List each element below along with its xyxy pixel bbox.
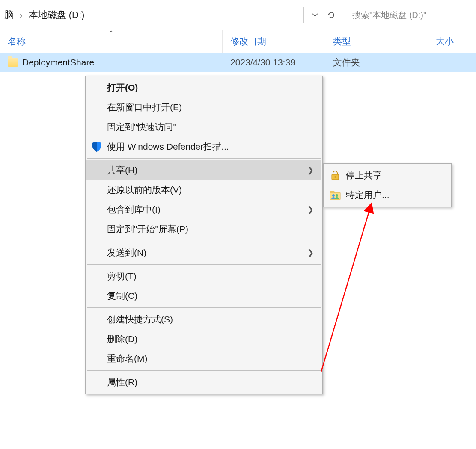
refresh-button[interactable] [324,8,339,22]
file-type: 文件夹 [325,56,428,68]
column-date[interactable]: 修改日期 [223,30,325,53]
people-icon [330,189,341,201]
column-name-label: 名称 [8,35,26,47]
chevron-right-icon: ❯ [307,165,314,175]
chevron-right-icon: ❯ [307,205,314,214]
menu-send-to-label: 发送到(N) [107,247,146,259]
menu-defender-scan[interactable]: 使用 Windows Defender扫描... [86,137,321,157]
column-name[interactable]: 名称 ⌃ [0,30,223,53]
menu-pin-to-start[interactable]: 固定到"开始"屏幕(P) [86,219,321,239]
breadcrumb: 脑 › 本地磁盘 (D:) [0,7,342,23]
svg-point-2 [334,176,336,178]
submenu-stop-sharing-label: 停止共享 [346,169,382,181]
menu-include-in-library-label: 包含到库中(I) [107,204,161,216]
menu-share[interactable]: 共享(H) ❯ [86,160,321,180]
menu-open[interactable]: 打开(O) [86,78,321,97]
address-history-dropdown[interactable] [307,8,323,22]
shield-icon [91,141,103,153]
search-input[interactable]: 搜索"本地磁盘 (D:)" [347,6,475,24]
share-submenu: 停止共享 特定用户... [323,163,452,207]
svg-line-7 [321,207,370,372]
menu-separator [87,307,321,308]
menu-restore-previous[interactable]: 还原以前的版本(V) [86,180,321,200]
chevron-right-icon: › [16,10,26,20]
submenu-stop-sharing[interactable]: 停止共享 [324,165,450,185]
menu-include-in-library[interactable]: 包含到库中(I) ❯ [86,200,321,219]
sort-ascending-icon: ⌃ [109,30,114,36]
context-menu: 打开(O) 在新窗口中打开(E) 固定到"快速访问" 使用 Windows De… [85,76,323,394]
menu-create-shortcut[interactable]: 创建快捷方式(S) [86,310,321,329]
svg-rect-4 [330,191,334,193]
menu-separator [87,264,321,265]
menu-separator [87,370,321,371]
file-date: 2023/4/30 13:39 [223,57,325,68]
submenu-specific-people[interactable]: 特定用户... [324,185,450,205]
menu-send-to[interactable]: 发送到(N) ❯ [86,243,321,263]
menu-share-label: 共享(H) [107,164,137,176]
column-type[interactable]: 类型 [325,30,428,53]
column-headers: 名称 ⌃ 修改日期 类型 大小 [0,30,476,53]
column-size[interactable]: 大小 [428,30,476,53]
menu-separator [87,241,321,241]
breadcrumb-parent[interactable]: 脑 [2,9,16,21]
menu-properties[interactable]: 属性(R) [86,372,321,392]
menu-open-new-window[interactable]: 在新窗口中打开(E) [86,97,321,117]
menu-separator [87,158,321,159]
menu-cut[interactable]: 剪切(T) [86,266,321,286]
file-name: DeploymentShare [22,57,94,68]
breadcrumb-current[interactable]: 本地磁盘 (D:) [26,9,87,21]
file-row[interactable]: DeploymentShare 2023/4/30 13:39 文件夹 [0,53,476,72]
lock-icon [330,170,341,181]
address-bar: 脑 › 本地磁盘 (D:) 搜索"本地磁盘 (D:)" [0,0,476,30]
menu-rename[interactable]: 重命名(M) [86,349,321,369]
svg-point-5 [332,194,335,197]
folder-icon [8,58,18,67]
svg-point-6 [336,194,338,197]
menu-copy[interactable]: 复制(C) [86,286,321,306]
menu-pin-quick-access[interactable]: 固定到"快速访问" [86,117,321,137]
submenu-specific-people-label: 特定用户... [346,189,390,201]
chevron-right-icon: ❯ [307,248,314,257]
menu-defender-scan-label: 使用 Windows Defender扫描... [107,141,229,153]
menu-delete[interactable]: 删除(D) [86,329,321,349]
